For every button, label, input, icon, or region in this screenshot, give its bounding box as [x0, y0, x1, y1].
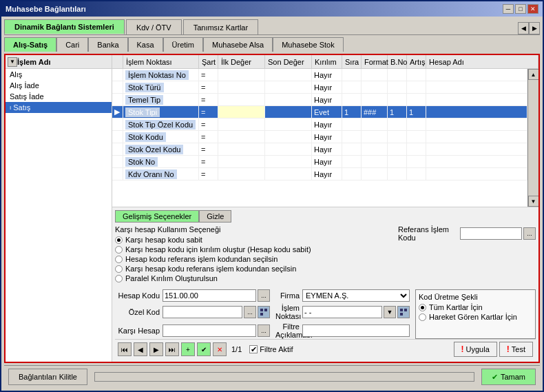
hesap-kodu-input[interactable]: [163, 289, 256, 302]
scroll-up-button[interactable]: ▲: [528, 69, 539, 80]
scroll-down-button[interactable]: ▼: [528, 196, 539, 207]
kod-uretme-radio-0[interactable]: [419, 304, 426, 311]
row-hesap: [426, 106, 527, 118]
radio-button-4[interactable]: [115, 275, 123, 282]
tab-tanimsiz-kartlar[interactable]: Tanımsız Kartlar: [183, 19, 258, 34]
filter-active-checkbox[interactable]: ✔: [249, 345, 258, 353]
nav-add-button[interactable]: +: [181, 342, 195, 356]
radio-button-0[interactable]: [115, 236, 123, 244]
tab-kasa[interactable]: Kasa: [128, 37, 163, 52]
left-items-list: Alış Alış İade Satış İade I Satış: [6, 69, 112, 362]
nav-first-button[interactable]: ⏮: [118, 342, 132, 356]
left-item-alis[interactable]: Alış: [6, 69, 112, 80]
row-sira: 1: [342, 106, 362, 118]
tab-alis-satis[interactable]: Alış-Satış: [4, 37, 56, 52]
tab-muhasebe-stok[interactable]: Muhasebe Stok: [273, 37, 343, 52]
nav-prev-button[interactable]: ◀: [134, 342, 147, 356]
filtre-aciklamasi-input-row: [302, 324, 410, 337]
islem-noktasi-input[interactable]: [302, 306, 382, 318]
nav-delete-button[interactable]: ✕: [213, 342, 227, 356]
firma-label: Firma: [275, 291, 300, 300]
filtre-aciklamasi-label: Filtre Açıklaması: [275, 322, 300, 339]
row-ilk: [218, 81, 265, 93]
firma-input-row: EYMEN A.Ş.: [302, 289, 410, 302]
left-item-satis[interactable]: I Satış: [6, 102, 112, 113]
hesap-kodu-row: Hesap Kodu ... Firma EYMEN A.Ş.: [115, 289, 410, 302]
radio-option-4[interactable]: Paralel Kırılım Oluşturulsun: [115, 274, 393, 282]
left-item-satis-iade[interactable]: Satış İade: [6, 91, 112, 102]
ozel-kod-input[interactable]: [163, 306, 242, 318]
row-arrow: [112, 143, 123, 155]
baglantilari-kilitle-button[interactable]: Bağlantıları Kilitle: [8, 369, 87, 385]
radio-button-3[interactable]: [115, 265, 123, 273]
nav-check-button[interactable]: ✔: [197, 342, 211, 356]
minimize-button[interactable]: ─: [503, 4, 514, 14]
islem-noktasi-extra[interactable]: [397, 306, 410, 318]
ozel-kod-extra-button[interactable]: [258, 306, 270, 318]
tab-banka[interactable]: Banka: [88, 37, 127, 52]
karsi-hesap-input[interactable]: [163, 324, 256, 337]
radio-button-1[interactable]: [115, 246, 123, 254]
row-format: [362, 81, 388, 93]
radio-label-2: Hesap kodu referans işlem kodundan seçil…: [125, 255, 278, 263]
row-bno: [388, 81, 407, 93]
table-row[interactable]: Stok Tip Özel Kodu = Hayır: [112, 118, 527, 131]
radio-option-2[interactable]: Hesap kodu referans işlem kodundan seçil…: [115, 255, 393, 263]
options-section: Karşı hesap Kullanım Seçeneği Karşı hesa…: [115, 225, 393, 287]
kod-uretme-option-0[interactable]: Tüm Kartlar İçin: [419, 303, 532, 311]
nav-last-button[interactable]: ⏭: [165, 342, 179, 356]
tab-dinamik-baglanti[interactable]: Dinamik Bağlantı Sistemleri: [4, 19, 125, 34]
radio-label-1: Karşı hesap kodu için kırılım oluştur (H…: [125, 245, 311, 254]
firma-select[interactable]: EYMEN A.Ş.: [302, 289, 410, 302]
table-row[interactable]: Stok Türü = Hayır: [112, 81, 527, 94]
tab-cari[interactable]: Cari: [56, 37, 88, 52]
table-row[interactable]: Stok Kodu = Hayır: [112, 131, 527, 143]
ozel-kod-browse-button[interactable]: ...: [244, 306, 256, 318]
row-artis: [407, 156, 426, 167]
maximize-button[interactable]: □: [515, 4, 526, 14]
hesap-kodu-browse-button[interactable]: ...: [258, 289, 270, 302]
referans-input[interactable]: [460, 227, 522, 240]
tab-gizle[interactable]: Gizle: [199, 210, 231, 223]
table-row[interactable]: Stok Özel Kodu = Hayır: [112, 143, 527, 156]
tab-nav-left[interactable]: ◀: [518, 22, 529, 34]
table-row[interactable]: Stok No = Hayır: [112, 156, 527, 168]
close-button[interactable]: ✕: [527, 4, 538, 14]
th-son-deger: Son Değer: [265, 55, 312, 68]
left-panel-header: ▼ İşlem Adı: [6, 55, 112, 69]
referans-browse-button[interactable]: ...: [523, 227, 536, 240]
radio-button-2[interactable]: [115, 256, 123, 263]
radio-option-3[interactable]: Karşı hesap kodu referans işlem kodundan…: [115, 265, 393, 273]
tab-kdv-otv[interactable]: Kdv / ÖTV: [126, 19, 182, 34]
kod-uretme-radio-1[interactable]: [419, 313, 426, 321]
tamam-button[interactable]: ✔ Tamam: [481, 369, 536, 385]
radio-option-0[interactable]: Karşı hesap kodu sabit: [115, 236, 393, 244]
left-header-dropdown[interactable]: ▼: [8, 57, 17, 67]
table-row[interactable]: ▶ Stok Tipi = Evet 1 ### 1 1: [112, 106, 527, 118]
kod-uretme-option-1[interactable]: Hareket Gören Kartlar İçin: [419, 313, 532, 321]
filtre-aciklamasi-input[interactable]: [302, 324, 410, 337]
tab-uretim[interactable]: Üretim: [163, 37, 203, 52]
karsi-hesap-browse-button[interactable]: ...: [258, 324, 270, 337]
uygula-button[interactable]: ! Uygula: [454, 342, 497, 357]
left-item-label: Satış: [13, 103, 30, 112]
table-row[interactable]: Kdv Oranı No = Hayır: [112, 168, 527, 180]
radio-label-3: Karşı hesap kodu referans işlem kodundan…: [125, 265, 296, 273]
table-row[interactable]: Temel Tip = Hayır: [112, 94, 527, 106]
islem-noktasi-label: İşlem Noktası: [275, 304, 300, 320]
top-tab-bar: Dinamik Bağlantı Sistemleri Kdv / ÖTV Ta…: [4, 19, 540, 35]
kod-uretme-label-0: Tüm Kartlar İçin: [429, 303, 483, 311]
tab-nav-right[interactable]: ▶: [529, 22, 540, 34]
radio-option-1[interactable]: Karşı hesap kodu için kırılım oluştur (H…: [115, 245, 393, 254]
row-arrow: ▶: [112, 106, 123, 118]
tab-muhasebe-alsa[interactable]: Muhasebe Alsa: [203, 37, 273, 52]
left-item-alis-iade[interactable]: Alış İade: [6, 80, 112, 91]
tab-gelismis-secenekler[interactable]: Gelişmiş Seçenekler: [115, 210, 199, 223]
bottom-toolbar: ⏮ ◀ ▶ ⏭ + ✔ ✕ 1/1 ✔ Filtre Aktif: [115, 339, 536, 359]
islem-noktasi-dropdown[interactable]: ▼: [384, 306, 396, 318]
bottom-panel: Gelişmiş Seçenekler Gizle Karşı hesap Ku…: [112, 207, 538, 362]
table-row[interactable]: İşlem Noktası No = Hayır: [112, 69, 527, 81]
test-button[interactable]: ! Test: [499, 342, 533, 357]
nav-next-button[interactable]: ▶: [149, 342, 163, 356]
row-kirilim: Hayır: [312, 81, 342, 93]
